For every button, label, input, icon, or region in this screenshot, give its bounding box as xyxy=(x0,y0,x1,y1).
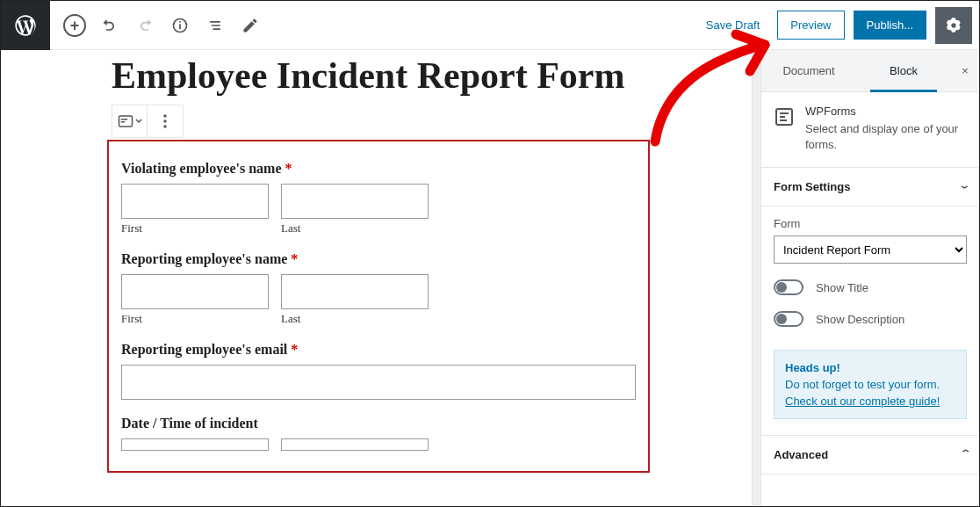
list-icon xyxy=(206,17,224,34)
section-advanced[interactable]: Advanced xyxy=(761,435,979,474)
settings-button[interactable] xyxy=(935,7,972,44)
svg-point-6 xyxy=(163,126,166,128)
wpforms-block[interactable]: Violating employee's name * First Last R… xyxy=(107,140,650,473)
info-icon xyxy=(171,17,189,34)
block-toolbar xyxy=(112,105,184,138)
gear-icon xyxy=(944,16,963,35)
date-input[interactable] xyxy=(121,438,269,451)
field-violating-name: Violating employee's name * First Last xyxy=(121,161,636,235)
last-name-input[interactable] xyxy=(281,274,429,309)
content-structure-button[interactable] xyxy=(164,10,196,41)
field-reporting-name: Reporting employee's name * First Last xyxy=(121,251,636,326)
last-name-input[interactable] xyxy=(281,184,429,219)
sublabel-last: Last xyxy=(281,312,429,326)
chevron-down-icon xyxy=(135,119,142,124)
sublabel-last: Last xyxy=(281,221,429,235)
right-actions: Save Draft Preview Publish... xyxy=(697,7,979,44)
scrollbar-gutter xyxy=(752,50,760,506)
publish-button[interactable]: Publish... xyxy=(854,11,926,40)
time-input[interactable] xyxy=(281,438,429,451)
toggle-title-label: Show Title xyxy=(816,281,868,294)
first-name-input[interactable] xyxy=(121,274,269,309)
svg-rect-1 xyxy=(179,24,181,29)
wpforms-icon xyxy=(774,106,795,127)
field-reporting-email: Reporting employee's email * xyxy=(121,342,636,400)
field-label: Violating employee's name * xyxy=(121,161,636,177)
svg-point-5 xyxy=(163,120,166,123)
more-options-button[interactable] xyxy=(148,105,183,137)
email-input[interactable] xyxy=(121,365,636,400)
toggle-show-title[interactable] xyxy=(774,279,803,295)
notice-heading: Heads up! xyxy=(785,361,955,374)
form-icon xyxy=(118,114,133,128)
toggle-desc-label: Show Description xyxy=(816,313,904,326)
preview-button[interactable]: Preview xyxy=(777,11,844,40)
block-name: WPForms xyxy=(805,105,967,118)
field-label: Date / Time of incident xyxy=(121,416,636,431)
wordpress-icon xyxy=(13,13,38,38)
section-form-settings[interactable]: Form Settings xyxy=(761,168,979,206)
redo-icon xyxy=(136,17,154,34)
undo-button[interactable] xyxy=(94,10,126,41)
kebab-icon xyxy=(163,114,167,128)
form-settings-panel: Form Incident Report Form Show Title Sho… xyxy=(761,206,979,341)
pencil-icon xyxy=(241,17,259,34)
notice-box: Heads up! Do not forget to test your for… xyxy=(774,350,967,419)
close-sidebar-button[interactable]: × xyxy=(951,50,979,91)
first-name-input[interactable] xyxy=(121,184,269,219)
form-select-label: Form xyxy=(774,217,967,230)
svg-point-4 xyxy=(163,115,166,118)
redo-button[interactable] xyxy=(129,10,161,41)
block-header: WPForms Select and display one of your f… xyxy=(761,92,979,168)
undo-icon xyxy=(101,17,119,34)
sidebar-tabs: Document Block × xyxy=(761,50,979,92)
field-label: Reporting employee's name * xyxy=(121,251,636,267)
field-label: Reporting employee's email * xyxy=(121,342,636,358)
main-area: Employee Incident Report Form Violating … xyxy=(1,50,979,506)
tab-block[interactable]: Block xyxy=(856,50,951,91)
sublabel-first: First xyxy=(121,312,269,326)
page-title[interactable]: Employee Incident Report Form xyxy=(8,54,675,105)
toggle-show-description[interactable] xyxy=(774,311,803,327)
editor-tools: + xyxy=(50,10,275,41)
form-select[interactable]: Incident Report Form xyxy=(774,235,967,264)
settings-sidebar: Document Block × WPForms Select and disp… xyxy=(760,50,979,506)
notice-message: Do not forget to test your form. xyxy=(785,378,955,391)
editor-canvas: Employee Incident Report Form Violating … xyxy=(1,50,760,506)
save-draft-button[interactable]: Save Draft xyxy=(697,11,768,39)
block-type-button[interactable] xyxy=(112,105,148,137)
tab-document[interactable]: Document xyxy=(761,50,856,91)
add-block-button[interactable]: + xyxy=(63,14,86,37)
top-toolbar: + Save Draft Preview Publish... xyxy=(1,1,979,50)
wordpress-logo[interactable] xyxy=(1,1,50,50)
notice-link[interactable]: Check out our complete guide! xyxy=(785,395,940,408)
svg-rect-2 xyxy=(179,21,181,23)
block-navigation-button[interactable] xyxy=(199,10,231,41)
edit-button[interactable] xyxy=(234,10,266,41)
block-description: Select and display one of your forms. xyxy=(805,121,967,153)
sublabel-first: First xyxy=(121,221,269,235)
field-datetime: Date / Time of incident xyxy=(121,416,636,453)
